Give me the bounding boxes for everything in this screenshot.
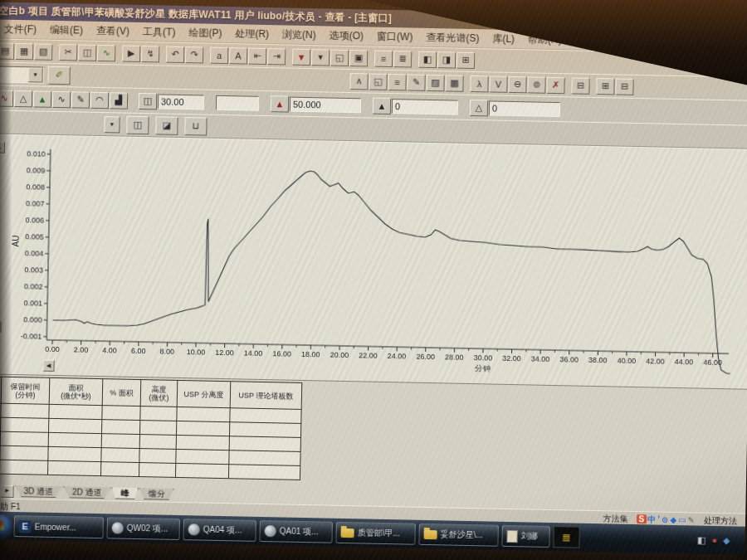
area-scale-field[interactable] <box>392 99 458 115</box>
table-cell[interactable] <box>139 449 176 464</box>
baseline-icon[interactable]: ∧ <box>349 73 368 90</box>
open-icon[interactable]: ▦ <box>15 42 33 59</box>
wave-icon[interactable]: ∿ <box>52 90 71 107</box>
table-cell[interactable] <box>102 406 140 421</box>
report-c-icon[interactable]: ⊔ <box>184 117 207 136</box>
table-cell[interactable] <box>139 463 175 478</box>
minimize-button[interactable]: — <box>702 18 717 32</box>
table-cell[interactable] <box>100 462 139 477</box>
print-dark-icon[interactable]: ⊟ <box>571 77 589 94</box>
table-cell[interactable] <box>48 446 101 461</box>
pane-lock-icon[interactable]: ▣ <box>349 50 368 66</box>
menu-edit[interactable]: 编辑(E) <box>44 21 89 39</box>
table-cell[interactable] <box>229 422 300 438</box>
table-cell[interactable] <box>139 435 176 450</box>
channel-combobox[interactable]: ▼ <box>0 66 44 83</box>
menu-library[interactable]: 库(L) <box>486 30 520 48</box>
corner-icon[interactable]: ▟ <box>110 92 128 109</box>
taskbar-item[interactable]: QA01 项... <box>259 520 333 543</box>
table-cell[interactable] <box>101 434 139 449</box>
menu-view[interactable]: 查看(V) <box>90 22 135 40</box>
table-cell[interactable] <box>228 465 300 480</box>
table-cell[interactable] <box>49 404 102 419</box>
report-b-icon[interactable]: ◪ <box>155 116 178 135</box>
table-cell[interactable] <box>101 420 139 435</box>
scale-peak-field[interactable] <box>290 96 361 113</box>
table-view-icon[interactable]: ≡ <box>388 73 406 90</box>
annotate-icon[interactable]: ✎ <box>407 74 425 90</box>
table-cell[interactable] <box>0 446 48 460</box>
new-icon[interactable]: ▤ <box>0 42 14 59</box>
draw-icon[interactable]: ✎ <box>71 91 90 108</box>
table-cell[interactable] <box>49 418 102 433</box>
close-button[interactable]: × <box>735 19 747 32</box>
blank-field[interactable] <box>216 95 259 110</box>
eraser-icon[interactable]: ✐ <box>47 66 70 85</box>
menu-view-spectrum[interactable]: 查看光谱(S) <box>420 28 485 47</box>
table-cell[interactable] <box>0 431 48 446</box>
tab-scroll-right-icon[interactable]: ▶ <box>0 485 13 498</box>
picture-a-icon[interactable]: ▨ <box>426 74 444 90</box>
table-cell[interactable] <box>140 407 177 421</box>
valve-icon[interactable]: V <box>489 75 507 92</box>
cursor-icon[interactable]: λ <box>470 75 488 91</box>
cut-icon[interactable]: ✂ <box>59 43 77 60</box>
scroll-left-icon[interactable]: ◀ <box>42 360 54 372</box>
ime-icon[interactable]: S <box>637 514 647 523</box>
table-cell[interactable] <box>176 421 229 436</box>
pane-copy-icon[interactable]: ◱ <box>330 49 349 66</box>
table-cell[interactable] <box>175 463 228 478</box>
duplicate-icon[interactable]: ◱ <box>369 73 387 90</box>
taskbar-item[interactable]: QA04 项... <box>183 519 256 542</box>
tray-icon[interactable]: ◆ <box>723 535 730 546</box>
taskbar-item[interactable]: QW02 项... <box>106 517 180 540</box>
strike-icon[interactable]: ↯ <box>141 45 159 61</box>
language-indicator-icon[interactable]: ≣ <box>553 526 580 548</box>
label-large-icon[interactable]: A <box>229 47 247 64</box>
label-small-icon[interactable]: a <box>210 46 228 63</box>
print-b-icon[interactable]: ⊟ <box>615 78 633 95</box>
field-run-time-icon[interactable]: ◫ <box>139 92 157 109</box>
scroll-up-icon[interactable]: ▲ <box>0 141 5 153</box>
zoom-prev-icon[interactable]: ⇤ <box>248 47 266 64</box>
menu-process[interactable]: 处理(R) <box>229 25 275 43</box>
taskbar-item[interactable]: 刘娜 <box>501 525 550 548</box>
menu-file[interactable]: 文件(F) <box>0 20 42 38</box>
tab-1[interactable]: 2D 通道 <box>63 486 111 499</box>
overlay-peaks-icon[interactable]: ∿ <box>97 44 115 61</box>
tab-3[interactable]: 馏分 <box>139 488 174 500</box>
tray-icon[interactable]: ● <box>711 535 717 545</box>
drop-dark-icon[interactable]: ▾ <box>311 49 330 66</box>
equal-circle-icon[interactable]: ⊜ <box>527 76 545 93</box>
report-a-icon[interactable]: ◫ <box>126 115 149 134</box>
baseline-up-icon[interactable]: △ <box>14 90 32 106</box>
redo-icon[interactable]: ↷ <box>185 46 203 63</box>
menu-tools[interactable]: 工具(T) <box>137 22 182 41</box>
zoom-next-icon[interactable]: ⇥ <box>267 48 286 65</box>
menu-browse[interactable]: 浏览(N) <box>276 26 322 44</box>
ime-icon[interactable]: ◆ <box>669 515 677 524</box>
table-cell[interactable] <box>229 436 300 452</box>
peaks-red-icon[interactable]: ∿ <box>0 90 13 106</box>
rows-icon[interactable]: ≡ <box>374 50 393 66</box>
scroll-down-icon[interactable]: ▼ <box>0 320 2 332</box>
taskbar-item[interactable]: 质管部\甲... <box>335 522 416 545</box>
print-a-icon[interactable]: ⊞ <box>596 77 614 94</box>
table-cell[interactable] <box>1 403 49 418</box>
taskbar-item[interactable]: 妥舒沙星\... <box>418 523 499 547</box>
menu-plot[interactable]: 绘图(P) <box>183 23 227 41</box>
baseline-down-icon[interactable]: ▲ <box>33 90 51 107</box>
ime-icon[interactable]: ✎ <box>687 515 696 524</box>
table-cell[interactable] <box>101 448 139 463</box>
table-cell[interactable] <box>177 407 230 421</box>
grid-icon[interactable]: ⊞ <box>456 51 475 68</box>
split-left-icon[interactable]: ◧ <box>418 51 437 67</box>
split-right-icon[interactable]: ◨ <box>437 51 456 68</box>
tab-0[interactable]: 3D 通道 <box>14 485 62 498</box>
table-cell[interactable] <box>139 421 176 436</box>
copy-chrom-icon[interactable]: ◫ <box>78 44 96 61</box>
menu-options[interactable]: 选项(O) <box>323 27 369 45</box>
ime-icon[interactable]: ▭ <box>677 515 687 524</box>
minus-circle-icon[interactable]: ⊖ <box>508 75 526 92</box>
taskbar-item[interactable]: EEmpower... <box>13 515 104 538</box>
